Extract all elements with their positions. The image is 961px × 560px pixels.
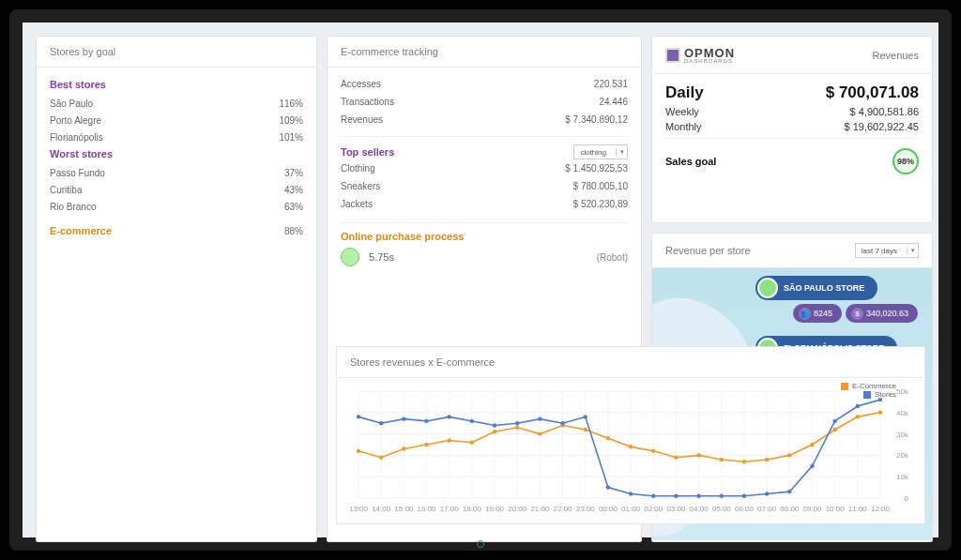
svg-text:17:00: 17:00 bbox=[440, 505, 460, 513]
store-pill[interactable]: SÃO PAULO STORE bbox=[755, 276, 877, 300]
svg-text:50k: 50k bbox=[896, 387, 909, 396]
goal-pct: 63% bbox=[258, 202, 303, 212]
card-title: Stores by goal bbox=[50, 46, 115, 57]
goal-pct: 88% bbox=[258, 226, 303, 236]
people-icon: 👥 bbox=[799, 308, 811, 320]
chart-title: Stores revenues x E-commerce bbox=[350, 356, 495, 368]
svg-text:20k: 20k bbox=[896, 451, 909, 460]
store-goal-row: Rio Branco 63% bbox=[50, 201, 303, 212]
svg-text:11:00: 11:00 bbox=[848, 505, 868, 513]
ecommerce-label: E-commerce bbox=[50, 225, 132, 236]
svg-point-92 bbox=[538, 416, 542, 420]
svg-point-74 bbox=[674, 455, 678, 459]
svg-point-61 bbox=[379, 455, 383, 459]
svg-point-93 bbox=[560, 421, 564, 425]
svg-point-77 bbox=[742, 460, 746, 463]
legend-swatch-ecommerce bbox=[841, 383, 848, 390]
svg-point-84 bbox=[357, 415, 360, 418]
line-chart: 010k20k30k40k50k13:0014:0015:0016:0017:0… bbox=[346, 384, 915, 515]
top-sellers-heading: Top sellers bbox=[341, 146, 394, 158]
monthly-value: $ 19,602,922.45 bbox=[844, 121, 919, 132]
legend-label: E-Commerce bbox=[852, 382, 896, 390]
brand-subtitle: DASHBOARDS bbox=[684, 58, 735, 64]
top-sellers-select[interactable]: clothing ▾ bbox=[573, 144, 628, 159]
svg-text:23:00: 23:00 bbox=[576, 505, 596, 513]
worst-stores-heading: Worst stores bbox=[50, 148, 303, 159]
svg-point-82 bbox=[856, 415, 860, 418]
legend-label: Stores bbox=[875, 390, 896, 399]
range-select-value: last 7 days bbox=[856, 247, 907, 255]
goal-pct: 109% bbox=[258, 115, 303, 126]
svg-point-88 bbox=[447, 415, 450, 418]
svg-point-71 bbox=[606, 436, 610, 440]
svg-point-66 bbox=[493, 430, 496, 433]
svg-text:10k: 10k bbox=[896, 473, 909, 481]
svg-text:09:00: 09:00 bbox=[802, 505, 822, 513]
svg-point-75 bbox=[696, 453, 700, 457]
card-title: Revenues bbox=[872, 50, 919, 61]
status-dot-icon bbox=[341, 248, 359, 266]
svg-point-99 bbox=[696, 494, 700, 498]
daily-value: $ 700,071.08 bbox=[826, 83, 919, 102]
store-name: Rio Branco bbox=[50, 202, 132, 212]
card-title: E-commerce tracking bbox=[341, 46, 438, 57]
process-agent: (Robot) bbox=[597, 252, 628, 263]
svg-point-89 bbox=[470, 419, 474, 423]
metric-label: Transactions bbox=[341, 97, 394, 107]
svg-text:20:00: 20:00 bbox=[508, 505, 527, 513]
ecom-metric-row: Revenues$ 7.340.890,12 bbox=[341, 111, 628, 129]
sales-goal-label: Sales goal bbox=[665, 156, 716, 167]
store-goal-row: Curitiba 43% bbox=[50, 184, 303, 195]
svg-point-91 bbox=[515, 421, 519, 425]
svg-text:19:00: 19:00 bbox=[485, 505, 505, 513]
svg-point-63 bbox=[424, 443, 428, 446]
svg-point-68 bbox=[538, 431, 542, 435]
svg-point-96 bbox=[629, 492, 633, 495]
dashboard-screen: OPMON DASHBOARDS Revenues Daily $ 700,07… bbox=[9, 9, 952, 551]
goal-pct: 101% bbox=[258, 132, 303, 143]
range-select[interactable]: last 7 days ▾ bbox=[855, 243, 919, 258]
svg-text:07:00: 07:00 bbox=[757, 505, 777, 513]
metric-label: Revenues bbox=[341, 114, 383, 125]
svg-point-73 bbox=[651, 449, 655, 453]
store-goal-row: Porto Alegre 109% bbox=[50, 114, 303, 126]
item-value: $ 1.450,925,53 bbox=[565, 163, 628, 174]
svg-point-65 bbox=[470, 441, 474, 445]
store-goal-row: Passo Fundo 37% bbox=[50, 167, 303, 178]
svg-point-105 bbox=[832, 419, 836, 423]
top-seller-row: Clothing$ 1.450,925,53 bbox=[341, 159, 628, 177]
store-name: Florianópolis bbox=[50, 132, 132, 143]
svg-point-76 bbox=[720, 458, 724, 462]
svg-point-72 bbox=[629, 445, 633, 448]
svg-point-95 bbox=[606, 485, 610, 489]
svg-point-70 bbox=[584, 428, 587, 431]
dollar-icon: $ bbox=[851, 308, 863, 320]
svg-text:22:00: 22:00 bbox=[554, 505, 573, 513]
svg-text:08:00: 08:00 bbox=[780, 505, 800, 513]
stores-by-goal-card: Stores by goal Best stores São Paulo 116… bbox=[36, 36, 317, 542]
svg-point-90 bbox=[493, 423, 496, 427]
svg-text:10:00: 10:00 bbox=[826, 505, 846, 513]
svg-point-64 bbox=[447, 438, 450, 442]
ecommerce-goal-row: E-commerce 88% bbox=[50, 225, 303, 236]
metric-value: 220.531 bbox=[594, 79, 628, 89]
store-goal-row: Florianópolis 101% bbox=[50, 131, 303, 143]
store-goal-row: São Paulo 116% bbox=[50, 98, 303, 109]
svg-text:13:00: 13:00 bbox=[349, 505, 369, 513]
svg-point-94 bbox=[584, 415, 587, 418]
revenue-pill: $340,020.63 bbox=[846, 304, 918, 323]
svg-point-85 bbox=[379, 421, 383, 425]
sales-goal-badge: 98% bbox=[892, 148, 919, 174]
metric-value: $ 7.340.890,12 bbox=[565, 114, 628, 125]
daily-label: Daily bbox=[665, 83, 704, 102]
svg-point-101 bbox=[742, 494, 746, 498]
svg-point-80 bbox=[810, 443, 814, 446]
svg-point-60 bbox=[357, 449, 360, 453]
weekly-label: Weekly bbox=[665, 106, 699, 117]
svg-text:12:00: 12:00 bbox=[871, 505, 891, 513]
svg-text:21:00: 21:00 bbox=[530, 505, 550, 513]
legend-swatch-stores bbox=[863, 391, 871, 399]
logo-icon bbox=[665, 48, 680, 63]
metric-value: 24.446 bbox=[599, 97, 628, 107]
svg-point-100 bbox=[720, 494, 724, 498]
